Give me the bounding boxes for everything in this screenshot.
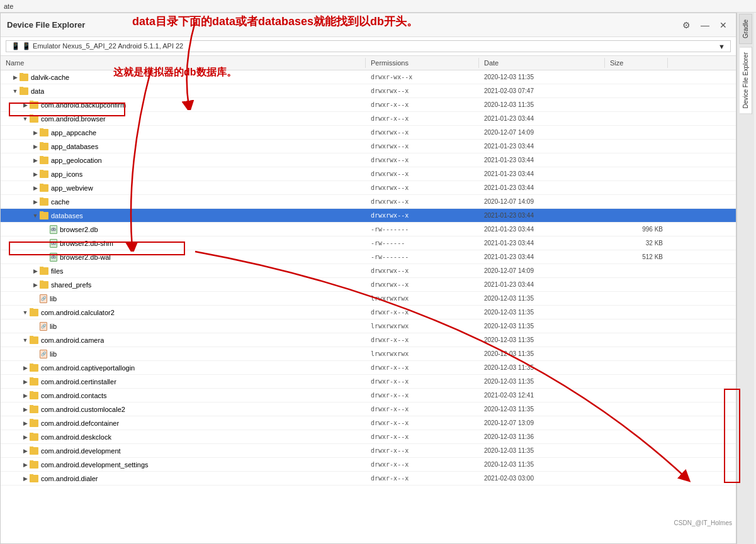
file-name-cell: ▼ com.android.calculator2 [1, 308, 366, 317]
file-name: browser2.db-wal [60, 253, 111, 261]
table-row[interactable]: ▶ shared_prefs drwxrwx--x 2021-01-23 03:… [1, 278, 736, 292]
minimize-icon[interactable]: — [698, 19, 712, 31]
collapse-icon[interactable]: ▼ [21, 308, 30, 317]
device-selector-inner[interactable]: 📱 📱 Emulator Nexus_5_API_22 Android 5.1.… [6, 40, 731, 52]
expand-icon[interactable]: ▶ [11, 73, 20, 82]
file-permissions: drwxrwx--x [366, 281, 479, 288]
expand-icon[interactable]: ▶ [31, 267, 40, 275]
expand-icon[interactable]: ▶ [21, 419, 30, 428]
table-row[interactable]: 🔗 lib lrwxrwxrwx 2020-12-03 11:35 [1, 347, 736, 361]
expand-icon[interactable]: ▶ [21, 405, 30, 414]
expand-icon[interactable]: ▶ [31, 156, 40, 165]
table-row[interactable]: ▶ com.android.defcontainer drwxr-x--x 20… [1, 416, 736, 430]
table-row[interactable]: ▶ com.android.development drwxr-x--x 202… [1, 444, 736, 458]
folder-icon [30, 101, 38, 109]
table-row[interactable]: db browser2.db-wal -rw------- 2021-01-23… [1, 250, 736, 264]
file-name: app_webview [51, 184, 93, 192]
file-name: app_geolocation [51, 157, 102, 164]
device-label: 📱 📱 Emulator Nexus_5_API_22 Android 5.1.… [11, 42, 183, 50]
expand-icon[interactable]: ▶ [21, 433, 30, 441]
expand-icon[interactable]: ▶ [31, 170, 40, 179]
file-name-cell: ▶ com.android.captiveportallogin [1, 364, 366, 372]
file-size: 996 KB [605, 226, 668, 233]
expand-icon[interactable]: ▶ [21, 447, 30, 455]
file-permissions: drwxr-wx--x [366, 74, 479, 80]
collapse-icon[interactable]: ▼ [21, 336, 30, 345]
file-name: data [31, 87, 44, 95]
table-row[interactable]: ▶ app_appcache drwxrwx--x 2020-12-07 14:… [1, 126, 736, 140]
file-permissions: drwxr-x--x [366, 336, 479, 343]
expand-icon[interactable]: ▶ [31, 197, 40, 206]
file-name: browser2.db-shm [60, 240, 113, 247]
file-name-cell: ▼ com.android.browser [1, 114, 366, 123]
expand-icon[interactable]: ▶ [31, 142, 40, 151]
expand-icon[interactable]: ▶ [31, 280, 40, 289]
table-row[interactable]: db browser2.db-shm -rw------ 2021-01-23 … [1, 236, 736, 250]
file-name: com.android.backupconfirm [41, 101, 126, 109]
table-row[interactable]: ▼ data drwxrwx--x 2021-02-03 07:47 [1, 84, 736, 98]
table-row[interactable]: ▶ app_webview drwxrwx--x 2021-01-23 03:4… [1, 181, 736, 195]
table-row[interactable]: ▶ com.android.certinstaller drwxr-x--x 2… [1, 375, 736, 389]
file-name: com.android.development_settings [41, 461, 149, 469]
table-row[interactable]: ▶ com.android.customlocale2 drwxr-x--x 2… [1, 402, 736, 416]
col-size-header[interactable]: Size [605, 58, 668, 68]
table-row[interactable]: 🔗 lib lrwxrwxrwx 2020-12-03 11:35 [1, 292, 736, 306]
table-row[interactable]: ▶ com.android.backupconfirm drwxr-x--x 2… [1, 98, 736, 112]
expand-icon[interactable]: ▶ [21, 460, 30, 469]
file-permissions: drwxrwx--x [366, 143, 479, 150]
table-row[interactable]: 🔗 lib lrwxrwxrwx 2020-12-03 11:35 [1, 319, 736, 333]
collapse-icon[interactable]: ▼ [11, 87, 20, 96]
table-row[interactable]: ▼ com.android.calculator2 drwxr-x--x 202… [1, 306, 736, 319]
file-permissions: drwxrwx--x [366, 267, 479, 274]
table-row[interactable]: ▶ cache drwxrwx--x 2020-12-07 14:09 [1, 195, 736, 209]
file-name: dalvik-cache [31, 74, 69, 81]
file-name: com.android.defcontainer [41, 419, 119, 427]
file-permissions: drwxr-x--x [366, 309, 479, 316]
table-row[interactable]: ▶ com.android.captiveportallogin drwxr-x… [1, 361, 736, 375]
file-date: 2020-12-03 11:35 [479, 461, 605, 468]
expand-icon[interactable]: ▶ [21, 377, 30, 386]
folder-icon [40, 212, 48, 219]
table-row[interactable]: ▼ com.android.browser drwxr-x--x 2021-01… [1, 112, 736, 126]
collapse-icon[interactable]: ▼ [31, 211, 40, 220]
gradle-tab[interactable]: Gradle [739, 14, 752, 44]
file-permissions: drwxr-x--x [366, 419, 479, 426]
db-file-icon: db [50, 239, 57, 248]
col-perm-header[interactable]: Permissions [366, 58, 479, 68]
file-permissions: drwxr-x--x [366, 115, 479, 122]
table-row[interactable]: ▶ app_geolocation drwxrwx--x 2021-01-23 … [1, 153, 736, 167]
settings-icon[interactable]: ⚙ [680, 19, 693, 31]
expand-icon[interactable]: ▶ [21, 474, 30, 483]
expand-icon[interactable]: ▶ [31, 184, 40, 192]
table-row[interactable]: ▶ com.android.development_settings drwxr… [1, 458, 736, 472]
table-row[interactable]: ▼ com.android.camera drwxr-x--x 2020-12-… [1, 333, 736, 347]
expand-icon[interactable]: ▶ [21, 364, 30, 372]
header-icons: ⚙ — ✕ [680, 19, 730, 31]
table-row[interactable]: ▶ com.android.deskclock drwxr-x--x 2020-… [1, 430, 736, 444]
file-date: 2020-12-03 11:35 [479, 323, 605, 330]
expand-icon[interactable]: ▶ [31, 128, 40, 137]
close-icon[interactable]: ✕ [717, 19, 730, 31]
file-name-cell: ▶ files [1, 267, 366, 275]
expand-icon[interactable]: ▶ [21, 101, 30, 109]
file-date: 2020-12-03 11:36 [479, 433, 605, 440]
col-date-header[interactable]: Date [479, 58, 605, 68]
table-row[interactable]: ▶ com.android.dialer drwxr-x--x 2021-02-… [1, 472, 736, 486]
table-row[interactable]: ▶ dalvik-cache drwxr-wx--x 2020-12-03 11… [1, 70, 736, 84]
file-name-cell: 🔗 lib [1, 350, 366, 358]
file-permissions: drwxrwx--x [366, 212, 479, 219]
table-row[interactable]: ▼ databases drwxrwx--x 2021-01-23 03:44 [1, 209, 736, 223]
device-file-explorer-tab[interactable]: Device File Explorer [740, 47, 752, 114]
folder-icon [40, 198, 48, 206]
col-name-header[interactable]: Name [1, 58, 366, 68]
device-selector[interactable]: 📱 📱 Emulator Nexus_5_API_22 Android 5.1.… [1, 37, 736, 56]
file-name-cell: db browser2.db [1, 225, 366, 234]
table-row[interactable]: db browser2.db -rw------- 2021-01-23 03:… [1, 223, 736, 236]
table-row[interactable]: ▶ app_icons drwxrwx--x 2021-01-23 03:44 [1, 167, 736, 181]
collapse-icon[interactable]: ▼ [21, 114, 30, 123]
table-row[interactable]: ▶ files drwxrwx--x 2020-12-07 14:09 [1, 264, 736, 278]
table-row[interactable]: ▶ com.android.contacts drwxr-x--x 2021-0… [1, 389, 736, 402]
file-name-cell: ▶ dalvik-cache [1, 73, 366, 82]
table-row[interactable]: ▶ app_databases drwxrwx--x 2021-01-23 03… [1, 140, 736, 153]
expand-icon[interactable]: ▶ [21, 391, 30, 400]
